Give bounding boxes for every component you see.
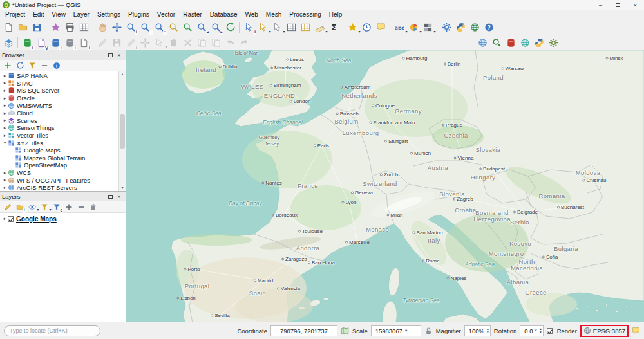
expand-icon[interactable]: ▸ <box>2 170 8 176</box>
browser-item-mapzen-global-terrain[interactable]: Mapzen Global Terrain <box>0 154 118 162</box>
minimize-button[interactable]: – <box>592 0 609 10</box>
manage-map-themes-icon[interactable]: ▾ <box>27 202 38 212</box>
help-contents-icon[interactable] <box>482 21 496 34</box>
expand-icon[interactable]: ▸ <box>2 125 8 131</box>
expand-icon[interactable]: ▸ <box>2 111 8 116</box>
db-manager-icon[interactable] <box>504 36 518 50</box>
browser-item-wms-wmts[interactable]: ▸WMS/WMTS <box>0 102 118 109</box>
locate-input[interactable] <box>4 325 100 336</box>
new-geopackage-layer-icon[interactable]: + <box>21 36 34 50</box>
zoom-out-icon[interactable]: − <box>138 21 152 34</box>
pan-map-icon[interactable] <box>96 21 109 34</box>
decorations-icon[interactable]: ▾ <box>421 21 435 34</box>
move-feature-icon[interactable] <box>138 36 152 50</box>
browser-item-openstreetmap[interactable]: OpenStreetMap <box>0 161 118 169</box>
metasearch-icon[interactable] <box>476 36 489 50</box>
layers-float-button[interactable] <box>106 195 115 199</box>
add-selected-layers-icon[interactable] <box>3 60 14 71</box>
filter-legend-icon[interactable]: ▾ <box>39 202 50 212</box>
redo-icon[interactable] <box>238 36 251 50</box>
zoom-in-icon[interactable]: + <box>124 21 138 34</box>
expand-icon[interactable]: ▸ <box>2 73 8 78</box>
scroll-thumb[interactable] <box>120 114 125 149</box>
deselect-features-icon[interactable]: ▾ <box>270 21 284 34</box>
menu-edit[interactable]: Edit <box>29 10 48 19</box>
browser-item-sap-hana[interactable]: ▸SAP HANA <box>0 72 118 80</box>
new-shapefile-layer-icon[interactable]: V <box>35 36 48 50</box>
expand-icon[interactable]: ▸ <box>2 216 8 221</box>
python-console-icon[interactable] <box>454 21 468 34</box>
scroll-track[interactable] <box>119 77 126 185</box>
expand-icon[interactable]: ▸ <box>2 88 8 93</box>
pan-map-to-selection-icon[interactable] <box>110 21 124 34</box>
new-print-layout-icon[interactable] <box>63 21 77 34</box>
select-features-icon[interactable]: ▾ <box>256 21 270 34</box>
browser-item-oracle[interactable]: ▸Oracle <box>0 95 118 102</box>
open-data-source-manager-icon[interactable] <box>2 36 15 50</box>
browser-item-vector-tiles[interactable]: ▸Vector Tiles <box>0 132 118 140</box>
save-layer-edits-icon[interactable] <box>110 36 124 50</box>
statistical-summary-icon[interactable] <box>327 21 341 34</box>
expand-icon[interactable]: ▸ <box>2 178 8 183</box>
menu-layer[interactable]: Layer <box>70 10 93 19</box>
vertex-tool-icon[interactable]: ▾ <box>153 36 166 50</box>
expand-icon[interactable]: ▸ <box>2 118 8 123</box>
scale-combo[interactable]: 15983067▾ <box>371 325 421 336</box>
maximize-button[interactable] <box>609 0 627 10</box>
collapse-all-icon[interactable] <box>39 60 50 71</box>
style-manager-icon[interactable] <box>49 21 62 34</box>
browser-item-google-maps[interactable]: Google Maps <box>0 147 118 154</box>
crs-button[interactable]: EPSG:3857 <box>580 325 629 337</box>
zoom-next-icon[interactable]: ▸ <box>209 21 223 34</box>
menu-processing[interactable]: Processing <box>285 10 325 19</box>
browser-item-wfs-ogc-api-features[interactable]: ▸WFS / OGC API - Features <box>0 176 118 184</box>
temporal-controller-icon[interactable] <box>360 21 374 34</box>
expand-icon[interactable]: ▾ <box>2 140 8 145</box>
browser-item-stac[interactable]: ▸STAC <box>0 80 118 87</box>
expand-icon[interactable]: ▸ <box>2 80 8 86</box>
add-group-icon[interactable]: + <box>15 202 26 212</box>
osm-downloader-icon[interactable] <box>518 36 532 50</box>
browser-item-xyz-tiles[interactable]: ▾XYZ Tiles <box>0 139 118 147</box>
new-spatial-bookmark-icon[interactable]: ▾ <box>346 21 359 34</box>
add-feature-icon[interactable]: + <box>124 36 138 50</box>
map-canvas[interactable]: IrelandWALESENGLANDNetherlandsBelgiumLux… <box>126 50 644 322</box>
expand-icon[interactable]: ▸ <box>2 133 8 138</box>
expand-icon[interactable]: ▸ <box>2 103 8 108</box>
layer-checkbox[interactable] <box>8 216 14 222</box>
refresh-browser-icon[interactable] <box>15 60 26 71</box>
menu-project[interactable]: Project <box>1 10 29 19</box>
zoom-to-selection-icon[interactable] <box>167 21 180 34</box>
collapse-all-icon[interactable] <box>76 202 87 212</box>
browser-scrollbar[interactable]: ▴ ▾ <box>118 71 126 191</box>
filter-browser-icon[interactable] <box>27 60 38 71</box>
delete-selected-icon[interactable] <box>167 36 180 50</box>
open-layer-styling-panel-icon[interactable] <box>3 202 14 212</box>
rotation-spinner[interactable]: 0.0 °▴▾ <box>520 325 543 336</box>
layer-labeling-options-icon[interactable]: ▾ <box>393 21 406 34</box>
layers-close-button[interactable]: × <box>115 194 124 200</box>
menu-settings[interactable]: Settings <box>93 10 124 19</box>
expand-all-icon[interactable] <box>64 202 75 212</box>
paste-features-icon[interactable] <box>209 36 223 50</box>
scale-lock-icon[interactable] <box>424 327 433 335</box>
menu-plugins[interactable]: Plugins <box>124 10 153 19</box>
zoom-full-icon[interactable]: ⌂ <box>153 21 166 34</box>
field-calculator-icon[interactable] <box>299 21 312 34</box>
menu-view[interactable]: View <box>48 10 70 19</box>
scroll-down-icon[interactable]: ▾ <box>121 185 123 191</box>
layer-item-google-maps[interactable]: ▸Google Maps <box>0 214 126 223</box>
messages-icon[interactable] <box>632 327 640 335</box>
zoom-to-layer-icon[interactable] <box>181 21 194 34</box>
coordinate-value[interactable]: 790796, 7201737 <box>270 325 337 336</box>
render-checkbox[interactable]: Render <box>547 327 577 334</box>
filter-legend-by-expression-icon[interactable]: ε <box>52 202 62 212</box>
properties-widget-icon[interactable] <box>52 60 62 71</box>
scroll-up-icon[interactable]: ▴ <box>121 71 123 77</box>
python-plugin-icon[interactable] <box>533 36 546 50</box>
menu-vector[interactable]: Vector <box>153 10 179 19</box>
geocoder-search-icon[interactable] <box>490 36 504 50</box>
zoom-last-icon[interactable]: ◂ <box>195 21 209 34</box>
browser-item-ms-sql-server[interactable]: ▸MS SQL Server <box>0 87 118 95</box>
measure-icon[interactable]: ▾ <box>313 21 327 34</box>
